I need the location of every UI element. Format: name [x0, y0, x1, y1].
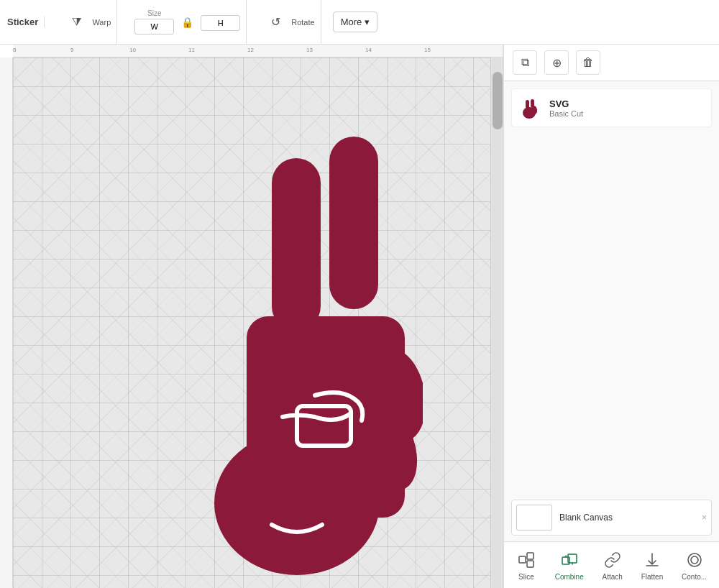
ruler-num-13: 13	[306, 47, 313, 53]
layer-type: Basic Cut	[549, 109, 707, 118]
size-section: Size 🔒	[129, 0, 247, 44]
more-button[interactable]: More ▾	[333, 12, 378, 32]
ruler-top: 8 9 10 11 12 13 14 15	[13, 45, 503, 58]
canvas-area[interactable]	[13, 58, 503, 588]
ruler-num-12: 12	[247, 47, 254, 53]
svg-rect-12	[519, 556, 526, 563]
ruler-num-15: 15	[424, 47, 431, 53]
layer-name: SVG	[549, 98, 707, 109]
svg-rect-3	[329, 137, 378, 309]
flatten-button[interactable]: Flatten	[636, 547, 669, 584]
blank-canvas-thumb	[516, 505, 552, 530]
width-input[interactable]	[134, 19, 174, 35]
ruler-num-11: 11	[188, 47, 195, 53]
layer-item-svg[interactable]: SVG Basic Cut	[511, 88, 712, 127]
ruler-num-10: 10	[129, 47, 136, 53]
combine-label: Combine	[555, 573, 584, 581]
layer-thumb	[516, 95, 542, 121]
blank-canvas-close[interactable]: ×	[702, 513, 707, 523]
more-label: More	[341, 17, 362, 27]
duplicate-icon: ⧉	[521, 56, 529, 69]
rotate-label: Rotate	[291, 18, 314, 27]
peace-hand-svg[interactable]	[171, 115, 423, 575]
contour-icon	[684, 550, 705, 570]
attach-label: Attach	[603, 573, 623, 581]
size-label: Size	[147, 9, 161, 17]
trash-icon: 🗑	[582, 56, 594, 69]
attach-icon	[603, 550, 623, 570]
height-group	[201, 14, 240, 31]
panel-icons-bar: ⧉ ⊕ 🗑	[504, 45, 719, 81]
svg-rect-2	[272, 158, 321, 331]
rotate-section: ↺ Rotate	[258, 0, 321, 44]
rotate-icon-btn[interactable]: ↺	[264, 11, 287, 34]
slice-label: Slice	[518, 573, 534, 581]
warp-icon-btn[interactable]: ⧩	[65, 11, 88, 34]
right-panel: Layers Color Sync × ⧉ ⊕ 🗑	[503, 0, 719, 588]
duplicate-layer-btn[interactable]: ⧉	[513, 50, 537, 75]
combine-button[interactable]: Combine	[549, 547, 590, 584]
svg-point-19	[691, 556, 698, 564]
slice-icon	[516, 550, 536, 570]
combine-icon	[559, 550, 580, 570]
contour-button[interactable]: Conto...	[676, 547, 713, 584]
layers-list: SVG Basic Cut	[504, 81, 719, 494]
layer-info: SVG Basic Cut	[549, 98, 707, 118]
app-label: Sticker	[7, 17, 45, 27]
svg-rect-14	[527, 561, 533, 567]
add-layer-btn[interactable]: ⊕	[544, 50, 569, 75]
warp-label: Warp	[92, 18, 111, 27]
svg-rect-9	[526, 100, 529, 109]
lock-icon: 🔒	[181, 17, 193, 28]
flatten-label: Flatten	[641, 573, 664, 581]
svg-rect-13	[527, 553, 533, 559]
ruler-left	[0, 58, 13, 588]
canvas-scrollbar-thumb[interactable]	[493, 72, 503, 129]
ruler-num-9: 9	[70, 47, 73, 53]
ruler-num-8: 8	[13, 47, 16, 53]
ruler-num-14: 14	[365, 47, 372, 53]
slice-button[interactable]: Slice	[510, 547, 542, 584]
attach-button[interactable]: Attach	[597, 547, 628, 584]
delete-layer-btn[interactable]: 🗑	[576, 50, 600, 75]
panel-bottom-bar: Slice Combine Attach	[504, 541, 719, 588]
more-chevron-icon: ▾	[365, 17, 370, 27]
flatten-icon	[642, 550, 662, 570]
toolbar: Sticker ⧩ Warp Size 🔒 ↺ Rotate More ▾	[0, 0, 719, 45]
blank-canvas-label: Blank Canvas	[559, 513, 613, 523]
contour-label: Conto...	[682, 573, 707, 581]
warp-section: ⧩ Warp	[59, 0, 117, 44]
height-input[interactable]	[201, 15, 240, 31]
width-group: Size	[134, 9, 174, 35]
add-icon: ⊕	[552, 56, 562, 70]
blank-canvas-item[interactable]: Blank Canvas ×	[511, 500, 712, 536]
canvas-scrollbar[interactable]	[490, 58, 503, 588]
svg-point-18	[688, 553, 701, 566]
